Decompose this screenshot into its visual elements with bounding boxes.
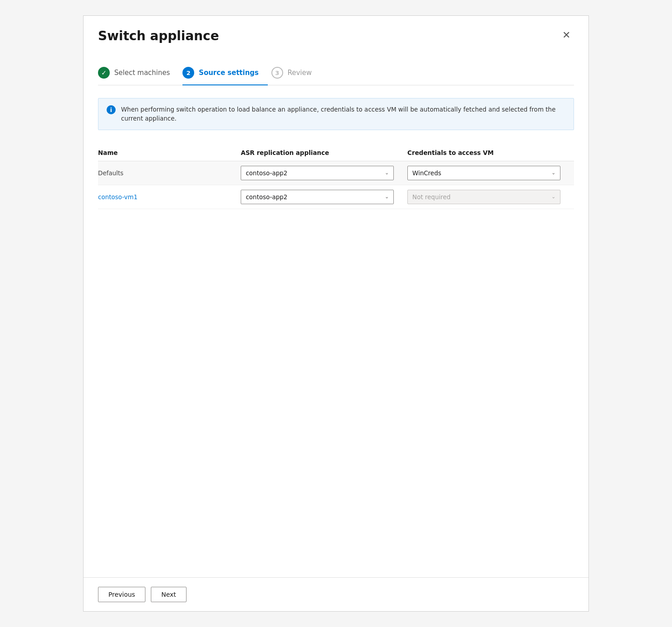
defaults-appliance-value: contoso-app2: [246, 169, 287, 177]
chevron-down-icon-2: ⌄: [551, 170, 555, 176]
dialog-content: ✓ Select machines 2 Source settings 3 Re…: [84, 52, 588, 577]
step-circle-3: 3: [271, 67, 283, 79]
chevron-down-icon-4: ⌄: [551, 194, 555, 200]
table-row-vm1: contoso-vm1 contoso-app2 ⌄ Not required …: [98, 185, 574, 209]
check-icon: ✓: [101, 69, 107, 76]
step-source-settings[interactable]: 2 Source settings: [182, 61, 267, 85]
info-banner: i When performing switch operation to lo…: [98, 98, 574, 130]
col-header-credentials: Credentials to access VM: [407, 145, 574, 161]
step-circle-2: 2: [182, 67, 194, 79]
defaults-appliance-dropdown[interactable]: contoso-app2 ⌄: [241, 166, 394, 180]
info-icon: i: [107, 105, 116, 114]
step-number-2: 2: [187, 70, 191, 76]
steps-nav: ✓ Select machines 2 Source settings 3 Re…: [98, 61, 574, 85]
step-review[interactable]: 3 Review: [271, 61, 321, 85]
step-circle-1: ✓: [98, 67, 110, 79]
col-header-name: Name: [98, 145, 241, 161]
defaults-name-cell: Defaults: [98, 161, 241, 185]
step-label-2: Source settings: [199, 69, 258, 77]
vm1-credentials-dropdown: Not required ⌄: [407, 190, 560, 204]
defaults-appliance-cell: contoso-app2 ⌄: [241, 161, 407, 185]
step-number-3: 3: [275, 70, 279, 76]
vm1-name-cell: contoso-vm1: [98, 185, 241, 209]
table-row-defaults: Defaults contoso-app2 ⌄ WinCreds ⌄: [98, 161, 574, 185]
table-header-row: Name ASR replication appliance Credentia…: [98, 145, 574, 161]
dialog-footer: Previous Next: [84, 577, 588, 611]
step-select-machines[interactable]: ✓ Select machines: [98, 61, 179, 85]
vm1-credentials-cell: Not required ⌄: [407, 185, 574, 209]
dialog-header: Switch appliance ✕: [84, 16, 588, 52]
defaults-credentials-dropdown[interactable]: WinCreds ⌄: [407, 166, 560, 180]
vm1-name-link[interactable]: contoso-vm1: [98, 193, 138, 201]
settings-table: Name ASR replication appliance Credentia…: [98, 145, 574, 209]
vm1-appliance-cell: contoso-app2 ⌄: [241, 185, 407, 209]
defaults-credentials-cell: WinCreds ⌄: [407, 161, 574, 185]
info-text: When performing switch operation to load…: [121, 105, 565, 123]
step-label-3: Review: [288, 69, 312, 77]
next-button[interactable]: Next: [151, 587, 187, 602]
previous-button[interactable]: Previous: [98, 587, 145, 602]
defaults-label: Defaults: [98, 169, 123, 177]
step-label-1: Select machines: [114, 69, 170, 77]
chevron-down-icon: ⌄: [385, 170, 389, 176]
vm1-appliance-dropdown[interactable]: contoso-app2 ⌄: [241, 190, 394, 204]
close-button[interactable]: ✕: [559, 28, 574, 42]
chevron-down-icon-3: ⌄: [385, 194, 389, 200]
switch-appliance-dialog: Switch appliance ✕ ✓ Select machines 2 S…: [83, 15, 589, 612]
defaults-credentials-value: WinCreds: [412, 169, 441, 177]
vm1-credentials-value: Not required: [412, 193, 451, 201]
col-header-appliance: ASR replication appliance: [241, 145, 407, 161]
vm1-appliance-value: contoso-app2: [246, 193, 287, 201]
dialog-title: Switch appliance: [98, 28, 219, 43]
